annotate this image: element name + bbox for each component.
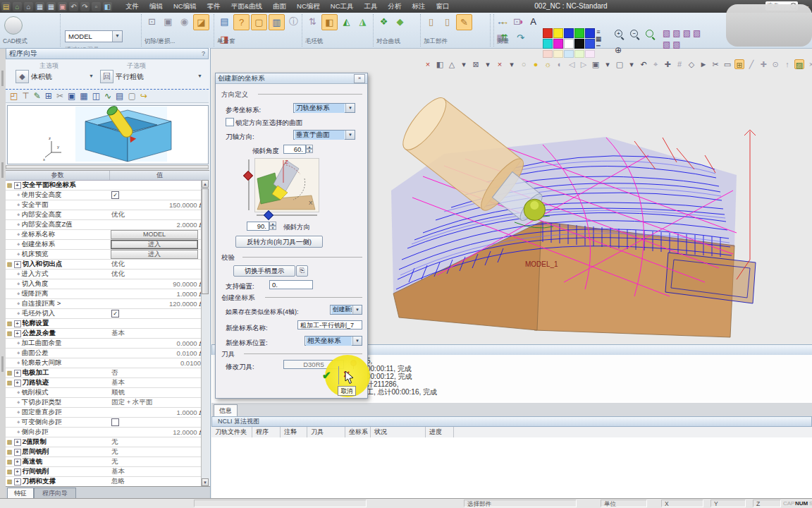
table-row[interactable]: ⌖切入角度90.0000f: [6, 279, 209, 289]
model-combo[interactable]: MODEL ▼: [65, 30, 123, 42]
trim-icon[interactable]: ✂: [710, 59, 720, 69]
scroll-down-icon[interactable]: ▼: [202, 478, 209, 486]
tilt-dir-field[interactable]: 90.: [247, 222, 269, 231]
monitor2-icon[interactable]: ▦: [80, 91, 87, 101]
column-header-value[interactable]: 值: [110, 171, 209, 180]
color-swatch[interactable]: [574, 39, 584, 49]
main-option-value[interactable]: 体积铣: [31, 72, 52, 82]
tilt-dir-spinner[interactable]: ▲▼: [269, 222, 276, 231]
zoom-fit-icon[interactable]: [646, 30, 656, 40]
save-icon[interactable]: ▣: [58, 2, 67, 11]
undo-icon[interactable]: ↶: [639, 59, 648, 69]
zoom-out-icon[interactable]: −: [630, 30, 640, 40]
surface-icon[interactable]: ◆: [393, 14, 407, 29]
table-row[interactable]: ▨+公差及余量基本: [6, 329, 209, 339]
menu-item-9[interactable]: 分析: [388, 2, 402, 11]
blank-icon[interactable]: ▢: [128, 91, 135, 101]
splitter-handle[interactable]: [6, 165, 209, 169]
expand-icon[interactable]: +: [14, 380, 21, 387]
simulate-icon[interactable]: ◭: [339, 14, 354, 29]
front-view-icon[interactable]: ▧: [683, 29, 691, 38]
expand-icon[interactable]: +: [14, 330, 21, 337]
table-row[interactable]: ⌖安全平面150.0000f: [6, 200, 209, 210]
menu-item-4[interactable]: 平面&曲线: [231, 2, 262, 11]
circle-icon[interactable]: ⊙: [770, 59, 780, 69]
table-row[interactable]: ▨+切入和切出点优化: [6, 260, 209, 270]
table-row[interactable]: ⌖轮廓最大间隙0.0100: [6, 358, 209, 368]
flag-icon[interactable]: ►: [699, 59, 708, 69]
expand-icon[interactable]: +: [14, 261, 21, 268]
table-row[interactable]: ▨+Z值限制无: [6, 437, 209, 447]
pin-icon[interactable]: ⊤: [22, 91, 29, 101]
dropdown-icon[interactable]: ▾: [459, 59, 469, 69]
home2-icon[interactable]: ⌂: [24, 2, 33, 11]
color-swatch-pale[interactable]: [574, 50, 584, 58]
dim-icon[interactable]: ◐: [555, 59, 565, 69]
reverse-direction-button[interactable]: 反转方向(向刀具一侧): [235, 236, 323, 248]
chevron-down-icon[interactable]: ▼: [345, 131, 355, 139]
sketch-icon[interactable]: ⊞: [734, 59, 744, 69]
cad-mode-icon[interactable]: [4, 16, 23, 35]
tab-wizard[interactable]: 程序向导: [34, 488, 76, 499]
ref-cs-combo[interactable]: 刀轨坐标系 ▼: [293, 103, 355, 113]
table-row[interactable]: ⌖使用安全高度✓: [6, 190, 209, 200]
toggle-handle-button[interactable]: 切换手柄显示: [233, 265, 295, 277]
window2-icon[interactable]: ▢: [615, 59, 625, 69]
part-icon[interactable]: ▯: [424, 14, 438, 29]
expand-icon[interactable]: +: [14, 182, 21, 189]
menu-item-8[interactable]: 工具: [364, 2, 378, 11]
cross-icon[interactable]: ✚: [663, 59, 672, 69]
expand-icon[interactable]: +: [14, 468, 21, 476]
table-row[interactable]: ▨+刀柄和支撑忽略: [6, 477, 209, 487]
table-row[interactable]: ⌖下切步距类型固定 + 水平面: [6, 398, 209, 408]
stock-cube-icon[interactable]: ◪: [193, 14, 209, 30]
table-row[interactable]: ⌖可变侧向步距: [6, 418, 209, 428]
rail-tab[interactable]: [1, 356, 4, 372]
help-icon[interactable]: ?: [202, 50, 205, 57]
help-icon[interactable]: ?: [233, 14, 250, 30]
redo-icon[interactable]: ↷: [80, 2, 90, 11]
table-row[interactable]: ⌖自连接距离 >120.0000f: [6, 299, 209, 309]
table-row[interactable]: ⌖内部安全高度优化: [6, 210, 209, 220]
ok-button[interactable]: ✔: [322, 369, 331, 382]
top-view-icon[interactable]: ▧: [672, 29, 680, 38]
list-icon[interactable]: ▤: [217, 14, 232, 29]
undo-icon[interactable]: ↶: [69, 2, 78, 11]
analysis-fan-icon[interactable]: ◑: [513, 14, 528, 29]
color-swatch[interactable]: [564, 28, 574, 38]
scroll-thumb[interactable]: [202, 188, 209, 294]
dropdown-icon[interactable]: ▾: [627, 59, 636, 69]
export-icon[interactable]: ↪: [140, 91, 147, 101]
table-row[interactable]: ▨+电极加工否: [6, 368, 209, 378]
prev-icon[interactable]: ◁: [567, 59, 577, 69]
chevron-down-icon[interactable]: ▼: [352, 337, 362, 345]
leaf-icon[interactable]: ❖: [376, 14, 391, 29]
chevron-down-icon[interactable]: ▼: [345, 104, 355, 112]
expand-icon[interactable]: +: [14, 439, 21, 446]
scroll-up-icon[interactable]: ▲: [202, 180, 209, 188]
volume-mill-icon[interactable]: ◆: [16, 70, 29, 83]
dropdown-icon[interactable]: ▾: [507, 59, 517, 69]
menu-item-11[interactable]: 窗口: [436, 2, 450, 11]
color-swatch[interactable]: [564, 39, 574, 49]
bottom-view-icon[interactable]: ▧: [672, 40, 680, 49]
side-view-icon[interactable]: ▧: [693, 29, 701, 38]
color-swatch[interactable]: [543, 28, 553, 38]
menu-item-3[interactable]: 零件: [207, 2, 221, 11]
updown-icon[interactable]: ⇅: [305, 14, 320, 29]
target-icon[interactable]: ⌖: [651, 59, 660, 69]
row-checkbox[interactable]: ✓: [111, 191, 119, 199]
tilt-angle-spinner[interactable]: ▲▼: [306, 145, 313, 154]
tab-info[interactable]: 信息: [214, 404, 238, 416]
new-cs-name-field[interactable]: 粗加工-平行铣削_7: [297, 320, 362, 329]
table-row[interactable]: ▨+轮廓设置: [6, 319, 209, 329]
tool-axis-combo[interactable]: 垂直于曲面 ▼: [293, 130, 355, 140]
row-value-button[interactable]: MODEL: [111, 230, 198, 239]
window-icon[interactable]: ▦: [35, 2, 44, 11]
close-icon[interactable]: ×: [354, 74, 365, 83]
dialog-title-bar[interactable]: 创建新的坐标系 ×: [216, 73, 367, 84]
table-row[interactable]: ▨+层间铣削无: [6, 447, 209, 457]
color-swatch[interactable]: [574, 28, 584, 38]
rail-tab[interactable]: [1, 162, 4, 178]
zoom-in-icon[interactable]: +: [615, 30, 625, 40]
